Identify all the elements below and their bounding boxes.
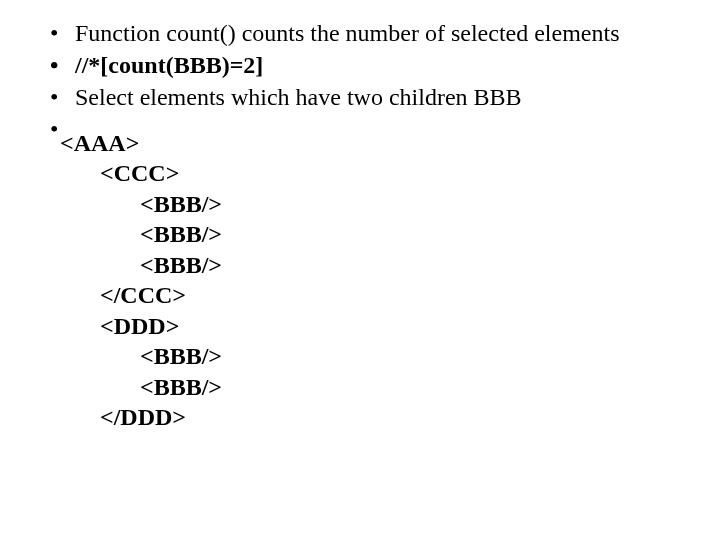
bullet-text: //*[count(BBB)=2] xyxy=(75,52,263,78)
code-line: <BBB/> xyxy=(140,341,710,371)
code-block: <AAA> <CCC> <BBB/> <BBB/> <BBB/> </CCC> … xyxy=(60,128,710,433)
bullet-list: Function count() counts the number of se… xyxy=(10,18,710,126)
code-line: <AAA> xyxy=(60,128,710,158)
code-line: </DDD> xyxy=(100,402,710,432)
bullet-text: Select elements which have two children … xyxy=(75,84,522,110)
list-item xyxy=(75,114,710,126)
bullet-text: Function count() counts the number of se… xyxy=(75,20,620,46)
code-line: <BBB/> xyxy=(140,250,710,280)
code-line: <DDD> xyxy=(100,311,710,341)
code-line: <BBB/> xyxy=(140,189,710,219)
code-line: <BBB/> xyxy=(140,372,710,402)
list-item: Function count() counts the number of se… xyxy=(75,18,710,48)
list-item: //*[count(BBB)=2] xyxy=(75,50,710,80)
code-line: <BBB/> xyxy=(140,219,710,249)
list-item: Select elements which have two children … xyxy=(75,82,710,112)
code-line: </CCC> xyxy=(100,280,710,310)
code-line: <CCC> xyxy=(100,158,710,188)
